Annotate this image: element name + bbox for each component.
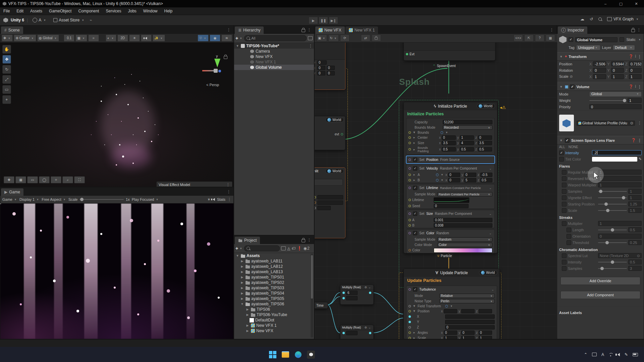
priority-field[interactable]: 0 (589, 104, 642, 109)
block-enabled-checkbox[interactable]: ✓ (413, 212, 417, 216)
block-port[interactable] (409, 187, 411, 189)
project-folder[interactable]: ▶ayatoweb_TIPS05 (234, 296, 314, 301)
volume-enabled-checkbox[interactable]: ✓ (570, 84, 575, 89)
partial-node-output[interactable]: nlit World (315, 167, 345, 238)
rotation-y-field[interactable]: 0 (611, 68, 624, 73)
override-checkbox[interactable] (567, 240, 571, 245)
gameobject-name-field[interactable]: Global Volume (575, 37, 618, 42)
start-button[interactable] (269, 351, 277, 359)
color-mode-dropdown[interactable]: Color▾ (437, 243, 492, 247)
menu-edit[interactable]: Edit (13, 9, 27, 13)
edge-browser-icon[interactable] (294, 351, 302, 359)
filter-label-icon[interactable]: 🏷 (291, 246, 296, 251)
project-subfolder[interactable]: ▶TIPS06-YouTube (234, 312, 314, 317)
block-port[interactable] (409, 288, 411, 291)
close-button[interactable]: ✕ (629, 0, 644, 7)
view-tool-icon[interactable]: ✋ (2, 45, 11, 54)
scale-slider[interactable] (79, 199, 124, 200)
picker-icon[interactable] (281, 246, 286, 250)
refresh-icon[interactable]: ⟳ (340, 35, 350, 42)
tab-game[interactable]: ▶ Game (1, 188, 23, 196)
tint-color-swatch[interactable] (592, 157, 637, 162)
hierarchy-item-new-vfx-1[interactable]: New VFX 1 (234, 59, 314, 65)
block-set-lifetime[interactable]: ✓ SetLifetimeRandom Constant Per Particl… (406, 184, 495, 209)
language-indicator[interactable]: A (601, 352, 604, 357)
ca-samples-field[interactable]: 3 (628, 266, 642, 271)
create-menu-button[interactable]: +▾ (235, 246, 243, 251)
spectral-lut-field[interactable]: None (Texture 2D⊙ (598, 253, 642, 258)
kebab-menu-icon[interactable]: ⋮ (309, 44, 313, 48)
compile-button[interactable]: ↻▾ (328, 35, 338, 42)
menu-help[interactable]: Help (161, 9, 176, 13)
scrollbar[interactable] (311, 254, 313, 338)
volume-mode-dropdown[interactable]: Global▾ (589, 92, 642, 97)
active-checkbox[interactable]: ✓ (569, 37, 573, 42)
game-viewport[interactable] (0, 203, 233, 339)
flare-scale-slider[interactable] (598, 210, 627, 211)
help-icon[interactable]: ❓ (629, 54, 634, 59)
search-icon[interactable] (598, 17, 602, 21)
help-icon[interactable]: ❓ (631, 138, 636, 142)
seed-field[interactable]: 0 (434, 204, 469, 208)
foldout-icon[interactable]: ▼ (559, 85, 563, 88)
rotation-x-field[interactable]: 0 (593, 68, 606, 73)
vignette-field[interactable]: 1 (628, 195, 642, 200)
multiplayer-icon[interactable]: ⌁ (90, 18, 92, 22)
override-checkbox[interactable] (562, 266, 567, 271)
tint-override-checkbox[interactable] (559, 157, 564, 162)
output-port[interactable] (369, 292, 371, 294)
b-port[interactable] (409, 179, 411, 181)
ca-intensity-slider[interactable] (598, 262, 627, 262)
grid-snap-icon[interactable]: ▦ (15, 176, 26, 183)
lock-icon[interactable] (224, 56, 227, 59)
kebab-menu-icon[interactable]: ⋮ (550, 27, 554, 32)
shading-dropdown-icon[interactable]: ◐▾ (106, 35, 116, 42)
lock-icon[interactable] (302, 29, 305, 32)
lifetime-curve-field[interactable] (434, 197, 469, 203)
minimap-icon[interactable]: ▦ (546, 35, 555, 42)
warning-icon[interactable]: ◂⚠ (500, 105, 506, 110)
position-x-field[interactable]: -2.506 (593, 61, 606, 66)
layout-dropdown[interactable]: VFX Graph▾ (607, 17, 639, 21)
seed-port[interactable] (409, 205, 411, 207)
noise-type-dropdown[interactable]: Perlin▾ (439, 299, 495, 303)
particle-link[interactable]: ⍦ Particle (436, 254, 453, 258)
cloud-icon[interactable]: ☁ (580, 17, 584, 21)
menu-file[interactable]: File (0, 9, 13, 13)
unity-version-button[interactable]: Unity 6 (11, 18, 24, 22)
lock-toggle-icon[interactable] (372, 35, 381, 42)
zoom-tool-icon[interactable]: ⌕ (62, 176, 73, 183)
mute-audio-icon[interactable] (213, 198, 215, 201)
tab-inspector[interactable]: i Inspector (558, 26, 587, 34)
override-checkbox[interactable] (562, 183, 567, 187)
ca-intensity-field[interactable]: 0.5 (628, 259, 642, 264)
a-port[interactable] (409, 174, 411, 176)
field-transform-port[interactable] (409, 305, 411, 307)
kebab-menu-icon[interactable]: ⋮ (227, 189, 231, 194)
minimize-button[interactable]: – (598, 0, 613, 7)
vfx-graph-canvas[interactable]: Splash Evt ⌃ SpawnEvent y0 x00 y00 (315, 34, 557, 339)
all-button[interactable]: ALL (559, 145, 565, 149)
vsync-icon[interactable]: ☀ (207, 197, 211, 202)
block-enabled-checkbox[interactable]: ✓ (413, 287, 417, 292)
override-checkbox[interactable] (562, 189, 567, 194)
override-checkbox[interactable] (562, 208, 567, 213)
snap-toggle-icon[interactable]: ⌗ (88, 35, 99, 42)
display-tray-icon[interactable] (592, 353, 597, 356)
size-b-field[interactable]: 0.008 (434, 223, 492, 228)
alert-icon[interactable]: ❗ (297, 246, 302, 251)
streak-multiplier-field[interactable]: 1 (598, 221, 642, 226)
block-turbulence[interactable]: ✓ Turbulence⌄ ModeRelative▾ Noise TypePe… (406, 286, 497, 339)
initialize-particle-node[interactable]: ϟ Initialize Particle World Initialize P… (404, 102, 497, 253)
project-folder[interactable]: ▶ayatoweb_LAB12 (234, 264, 314, 269)
length-field[interactable]: 0.5 (628, 227, 642, 232)
account-dropdown[interactable]: A▾ (31, 17, 49, 23)
tab-hierarchy[interactable]: ≣ Hierarchy (235, 26, 264, 34)
project-folder[interactable]: ▶ayatoweb_TIPS01 (234, 275, 314, 280)
tag-dropdown[interactable]: Untagged▾ (576, 45, 600, 50)
starting-position-slider[interactable] (598, 204, 627, 204)
play-focused-dropdown[interactable]: Play Focused▾ (132, 197, 159, 201)
angles-port[interactable] (409, 331, 411, 334)
audio-toggle-icon[interactable] (141, 35, 152, 42)
filter-type-icon[interactable]: ◬ (287, 246, 290, 251)
